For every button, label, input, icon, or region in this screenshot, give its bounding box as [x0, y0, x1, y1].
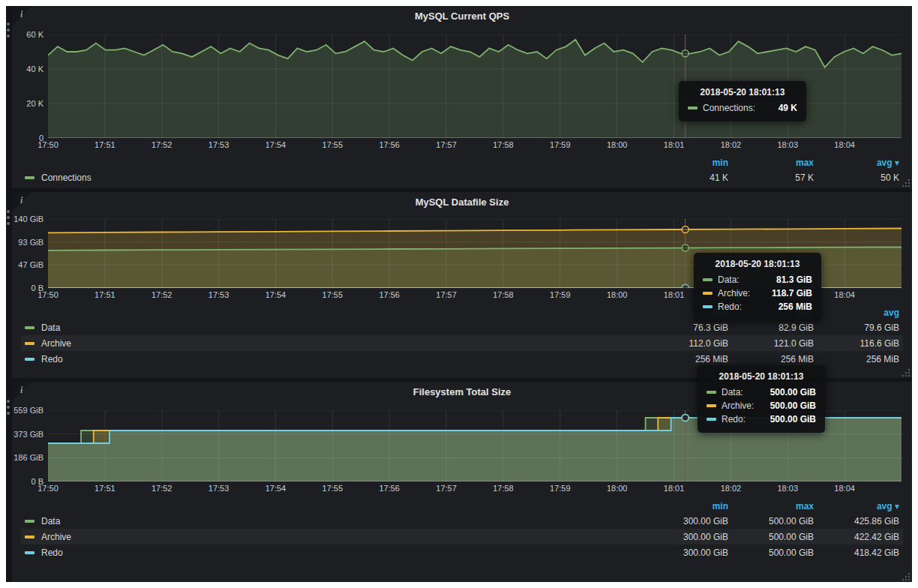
- legend-sort-max[interactable]: max: [732, 156, 818, 170]
- sort-caret-icon: ▾: [895, 158, 899, 168]
- x-axis: 17:5017:5117:5217:5317:5417:5517:5617:57…: [48, 138, 902, 152]
- panel-header[interactable]: i MySQL Datafile Size: [12, 192, 912, 212]
- legend-avg-value: 50 K: [818, 170, 903, 185]
- series-color-dash-icon: [25, 358, 34, 361]
- y-tick-label: 20 K: [26, 99, 44, 108]
- legend-min-value: 76.3 GiB: [646, 320, 732, 335]
- legend-header-spacer: [21, 500, 646, 513]
- tooltip-series-value: 256 MiB: [765, 302, 812, 312]
- series-name-label: Redo: [41, 354, 63, 364]
- tooltip-series-label: Data:: [718, 274, 740, 285]
- y-tick-label: 373 GiB: [14, 430, 44, 439]
- x-tick-label: 17:54: [266, 484, 286, 493]
- tooltip-series-value: 118.7 GiB: [758, 288, 812, 298]
- legend-min-value: 300.00 GiB: [646, 529, 732, 544]
- legend-row: Archive112.0 GiB121.0 GiB116.6 GiB: [21, 335, 903, 351]
- tooltip-series-label: Connections:: [703, 103, 755, 113]
- series-name-label: Data: [41, 516, 60, 526]
- x-tick-label: 17:57: [436, 140, 457, 149]
- legend-max-value: 500.00 GiB: [732, 544, 818, 560]
- tooltip-series-value: 500.00 GiB: [757, 414, 816, 424]
- series-name-label: Archive: [41, 338, 71, 349]
- panel-resize-grip-icon[interactable]: [902, 178, 910, 188]
- x-tick-label: 17:59: [550, 140, 571, 149]
- legend-max-value: 500.00 GiB: [732, 529, 818, 544]
- series-color-dash-icon: [703, 278, 712, 281]
- legend-series-toggle[interactable]: Archive: [25, 532, 643, 542]
- legend-series-toggle[interactable]: Archive: [25, 338, 643, 349]
- x-tick-label: 17:50: [38, 484, 58, 493]
- panel-title[interactable]: Filesystem Total Size: [413, 386, 512, 398]
- row-drag-handle[interactable]: [7, 400, 11, 415]
- y-tick-label: 186 GiB: [14, 453, 44, 462]
- x-tick-label: 17:55: [322, 290, 344, 299]
- x-tick-label: 18:03: [778, 140, 799, 149]
- legend-sort-avg[interactable]: avg: [818, 306, 903, 320]
- series-color-dash-icon: [703, 292, 712, 295]
- legend-series-toggle[interactable]: Data: [25, 516, 643, 526]
- legend-row: Redo300.00 GiB500.00 GiB418.42 GiB: [21, 544, 903, 560]
- legend-series-toggle[interactable]: Redo: [25, 548, 643, 558]
- tooltip-row: Connections:49 K: [688, 101, 797, 115]
- legend-max-value: 256 MiB: [732, 351, 818, 367]
- row-drag-handle[interactable]: [7, 210, 11, 225]
- hover-marker: [682, 226, 688, 232]
- legend-series-toggle[interactable]: Connections: [25, 172, 643, 183]
- y-axis: 559 GiB373 GiB186 GiB0 B: [12, 410, 48, 482]
- row-drag-handle[interactable]: [7, 22, 11, 38]
- x-tick-label: 17:53: [208, 140, 230, 149]
- legend-sort-max[interactable]: max: [732, 500, 818, 513]
- x-tick-label: 18:02: [721, 140, 742, 149]
- info-icon[interactable]: i: [20, 385, 22, 395]
- y-tick-label: 60 K: [26, 30, 44, 39]
- x-tick-label: 17:59: [550, 484, 571, 493]
- legend-header-spacer: [21, 306, 646, 320]
- series-color-dash-icon: [703, 305, 712, 308]
- x-tick-label: 17:58: [493, 290, 514, 299]
- x-tick-label: 18:01: [664, 290, 685, 299]
- x-tick-label: 17:53: [208, 484, 230, 493]
- tooltip-series-label: Archive:: [722, 400, 754, 411]
- info-icon[interactable]: i: [20, 9, 22, 20]
- hover-marker: [682, 415, 688, 422]
- legend-table: min max avg ▾ Connections41 K57 K50 K: [21, 156, 903, 185]
- info-icon[interactable]: i: [20, 195, 22, 206]
- x-tick-label: 17:58: [493, 484, 514, 493]
- panel-header[interactable]: i MySQL Current QPS: [12, 6, 912, 26]
- x-tick-label: 18:04: [834, 140, 855, 149]
- tooltip-series-label: Data:: [722, 387, 743, 398]
- legend-series-toggle[interactable]: Redo: [25, 354, 643, 364]
- legend-max-value: 57 K: [732, 170, 818, 185]
- legend-row: Archive300.00 GiB500.00 GiB422.42 GiB: [21, 529, 903, 544]
- tooltip-series-label: Redo:: [722, 414, 746, 424]
- legend-min-value: 41 K: [646, 170, 732, 185]
- x-tick-label: 18:00: [607, 484, 628, 493]
- panel-title[interactable]: MySQL Current QPS: [415, 10, 509, 22]
- series-name-label: Data: [41, 322, 60, 333]
- tooltip-timestamp: 2018-05-20 18:01:13: [688, 87, 797, 101]
- x-tick-label: 17:57: [436, 484, 457, 493]
- hover-tooltip: 2018-05-20 18:01:13 Data:500.00 GiBArchi…: [698, 365, 825, 433]
- legend-sort-min[interactable]: min: [646, 500, 732, 513]
- legend-max-value: 500.00 GiB: [732, 513, 818, 529]
- legend-avg-value: 425.86 GiB: [818, 513, 903, 529]
- panel-resize-grip-icon[interactable]: [902, 572, 910, 581]
- x-axis: 17:5017:5117:5217:5317:5417:5517:5617:57…: [48, 482, 902, 495]
- tooltip-row: Data:81.3 GiB: [703, 273, 812, 286]
- legend-sort-avg[interactable]: avg ▾: [818, 156, 903, 170]
- series-name-label: Archive: [41, 532, 71, 542]
- x-tick-label: 17:58: [493, 140, 514, 149]
- tooltip-series-value: 500.00 GiB: [757, 387, 816, 398]
- panel-resize-grip-icon[interactable]: [902, 368, 910, 377]
- legend-sort-min[interactable]: min: [646, 156, 732, 170]
- legend-series-toggle[interactable]: Data: [25, 322, 643, 333]
- hover-tooltip: 2018-05-20 18:01:13 Connections:49 K: [679, 81, 806, 122]
- legend-sort-avg[interactable]: avg ▾: [818, 500, 903, 513]
- x-tick-label: 17:55: [322, 140, 344, 149]
- x-tick-label: 18:00: [607, 290, 628, 299]
- legend-header-spacer: [21, 156, 646, 170]
- series-color-dash-icon: [25, 551, 34, 554]
- y-tick-label: 47 GiB: [18, 260, 44, 269]
- sort-caret-icon: ▾: [895, 501, 899, 512]
- panel-title[interactable]: MySQL Datafile Size: [416, 196, 509, 208]
